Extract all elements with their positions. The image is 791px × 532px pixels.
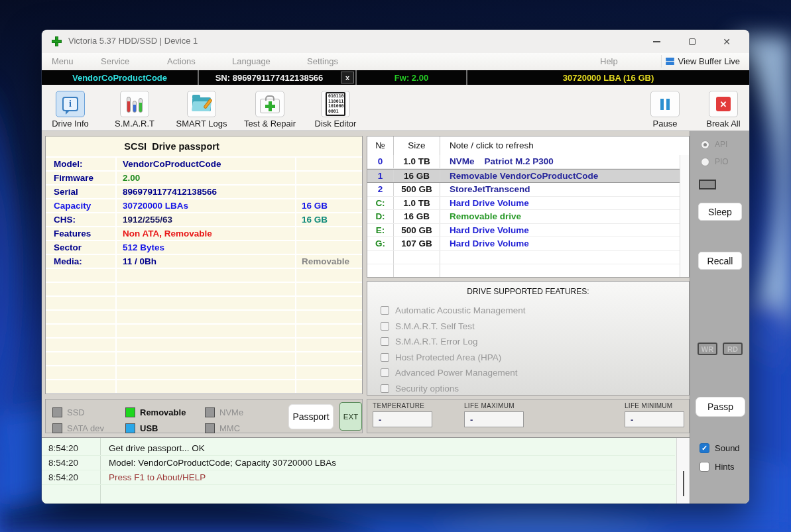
feature-row: Host Protected Area (HPA) [381, 350, 689, 366]
legend-color-swatch [205, 407, 215, 417]
test-repair-tab[interactable]: Test & Repair [236, 91, 304, 129]
close-button[interactable]: ✕ [713, 34, 740, 50]
victoria-app-icon [52, 36, 62, 46]
menu-item-menu[interactable]: Menu [52, 56, 74, 66]
col-number: № [367, 136, 394, 155]
first-aid-icon [260, 99, 280, 113]
passport-label: Capacity [46, 199, 117, 212]
api-radio[interactable]: API [701, 140, 727, 149]
view-buffer-live-label: View Buffer Live [678, 56, 740, 66]
passport-row: Capacity30720000 LBAs16 GB [46, 199, 362, 213]
drive-number: D: [367, 210, 394, 223]
sleep-button[interactable]: Sleep [698, 203, 742, 221]
menu-item-language[interactable]: Language [232, 56, 271, 66]
legend-color-swatch [205, 423, 215, 433]
feature-checkbox[interactable] [381, 384, 389, 393]
pause-button[interactable]: Pause [640, 91, 690, 129]
legend-color-swatch [52, 407, 62, 417]
menu-item-help[interactable]: Help [600, 56, 618, 66]
pio-radio-circle[interactable] [701, 158, 709, 166]
feature-checkbox[interactable] [381, 337, 389, 346]
drive-number: 0 [367, 155, 394, 168]
passport-extra [296, 186, 362, 198]
maximize-button[interactable] [679, 34, 705, 50]
feature-checkbox[interactable] [381, 353, 389, 362]
hints-checkbox-row[interactable]: Hints [700, 462, 735, 472]
pio-radio[interactable]: PIO [701, 157, 729, 166]
drive-info-tab[interactable]: i Drive Info [42, 91, 99, 129]
passport-value: 2.00 [117, 172, 296, 184]
drive-row[interactable]: C:1.0 TBHard Drive Volume [367, 197, 689, 211]
log-entry: 8:54:20Get drive passport... OK [42, 441, 675, 456]
drive-list-scrollbar[interactable] [680, 155, 689, 277]
log-scrollbar[interactable] [676, 438, 690, 504]
feature-checkbox[interactable] [381, 368, 389, 377]
feature-row: Security options [381, 381, 689, 396]
drive-row[interactable]: E:500 GBHard Drive Volume [367, 224, 689, 238]
passp-button[interactable]: Passp [696, 397, 745, 417]
feature-checkbox[interactable] [381, 306, 389, 315]
passport-label: CHS: [46, 213, 117, 226]
drive-row[interactable]: 01.0 TBNVMe Patriot M.2 P300 [367, 155, 689, 169]
drive-row[interactable]: 116 GBRemovable VendorCoProductCode [367, 169, 689, 184]
passport-button[interactable]: Passport [288, 404, 334, 429]
drive-row[interactable]: 2500 GBStoreJetTranscend [367, 183, 689, 197]
smart-tab[interactable]: S.M.A.R.T [106, 91, 163, 129]
menu-item-settings[interactable]: Settings [307, 56, 338, 66]
feature-row: S.M.A.R.T. Self Test [381, 319, 689, 335]
log-time: 8:54:20 [42, 441, 100, 455]
drive-row[interactable]: G:107 GBHard Drive Volume [367, 237, 689, 251]
test-tubes-icon [127, 95, 143, 113]
col-note[interactable]: Note / click to refresh [440, 136, 689, 155]
app-window: Victoria 5.37 HDD/SSD | Device 1 ✕ Menu … [42, 30, 749, 504]
passport-extra [296, 172, 362, 184]
api-radio-circle[interactable] [701, 140, 709, 149]
drive-size: 1.0 TB [394, 155, 440, 168]
log-time: 8:54:20 [42, 456, 100, 470]
legend-label: Removable [140, 407, 186, 417]
drive-list-header: № Size Note / click to refresh [367, 136, 689, 155]
menu-item-service[interactable]: Service [101, 56, 129, 66]
window-title: Victoria 5.37 HDD/SSD | Device 1 [68, 36, 198, 46]
drive-note: Hard Drive Volume [440, 237, 689, 250]
break-all-button[interactable]: ✕ Break All [698, 91, 749, 129]
hints-checkbox[interactable] [700, 462, 709, 472]
feature-label: S.M.A.R.T. Error Log [395, 337, 478, 346]
drive-note: Hard Drive Volume [440, 197, 689, 210]
sound-checkbox-row[interactable]: ✓ Sound [700, 443, 740, 453]
smart-logs-tab[interactable]: SMART Logs [170, 91, 233, 129]
sound-checkbox[interactable]: ✓ [700, 443, 709, 453]
passport-title: SCSI Drive passport [46, 136, 362, 158]
infobar-lba: 30720000 LBA (16 GB) [466, 70, 749, 85]
passport-value: VendorCoProductCode [117, 158, 296, 170]
drive-row[interactable]: D:16 GBRemovable drive [367, 210, 689, 224]
feature-checkbox[interactable] [381, 322, 389, 331]
legend-color-swatch [125, 423, 135, 433]
recall-button[interactable]: Recall [698, 252, 742, 270]
disk-editor-tab[interactable]: 010110 110011 101000 0001 Disk Editor [306, 91, 365, 129]
ext-button[interactable]: EXT [339, 402, 362, 431]
legend-item: Removable [125, 404, 205, 420]
infobar-close-button[interactable]: x [341, 72, 354, 83]
drive-list-panel: № Size Note / click to refresh 01.0 TBNV… [367, 136, 690, 278]
log-message: Get drive passport... OK [100, 441, 675, 455]
buffer-list-icon [666, 58, 674, 65]
drive-number: C: [367, 197, 394, 210]
passport-value: 8969791177412138566 [117, 186, 296, 198]
wr-button[interactable]: WR [698, 343, 717, 355]
minimize-button[interactable] [643, 34, 670, 50]
drive-size: 1.0 TB [394, 197, 440, 210]
log-scrollbar-thumb[interactable] [683, 471, 684, 496]
legend-label: MMC [219, 423, 240, 433]
view-buffer-live-button[interactable]: View Buffer Live [661, 55, 744, 68]
life-minimum-gauge: LIFE MINIMUM - [625, 402, 686, 427]
legend-label: SATA dev [67, 423, 104, 433]
drive-passport-panel: SCSI Drive passport Model:VendorCoProduc… [45, 136, 363, 394]
temperature-gauge: TEMPERATURE - [373, 402, 432, 427]
passport-label: Features [46, 227, 117, 240]
rd-button[interactable]: RD [723, 343, 743, 355]
passport-extra [296, 158, 362, 170]
menu-item-actions[interactable]: Actions [167, 56, 196, 66]
pause-icon [660, 99, 670, 110]
temperature-strip: TEMPERATURE - LIFE MAXIMUM - LIFE MINIMU… [367, 399, 690, 433]
